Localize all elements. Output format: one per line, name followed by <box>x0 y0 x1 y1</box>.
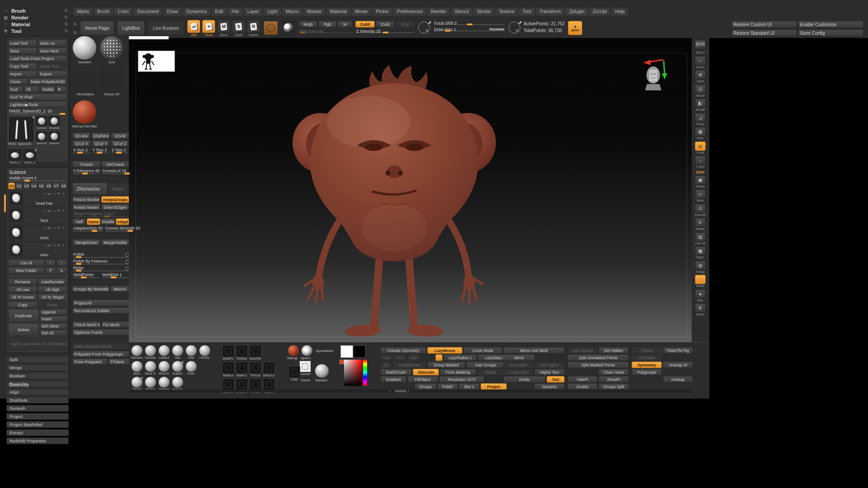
right-shelf-button[interactable]: ⊡ Actual <box>695 84 706 98</box>
geometry-section-label[interactable]: Geometry <box>9 383 29 388</box>
subtool-toggle-icons[interactable]: ≈ ●◐ ◑ ✎ ↗ <box>44 209 65 213</box>
tool-button[interactable]: Save Next <box>38 47 67 54</box>
mesh-check-button[interactable]: Fix Mesh <box>101 321 129 328</box>
shelf-button[interactable]: Curve Mode <box>463 347 502 354</box>
crease-button[interactable]: Crease <box>72 161 100 168</box>
section-header[interactable]: Project BasRelief <box>6 421 69 428</box>
polycount-option-button[interactable]: Adapt <box>116 218 129 225</box>
rgb-intensity-slider[interactable]: Rgb Intensity <box>299 29 352 33</box>
quick-button[interactable]: ◕Quick <box>568 21 582 35</box>
menu-item[interactable]: Marker <box>303 8 326 16</box>
insert-button[interactable]: Insert <box>40 316 67 322</box>
brush-preset[interactable]: Clay <box>171 345 184 359</box>
alpha-sphere[interactable] <box>302 345 312 356</box>
subtool-tab[interactable]: V3 <box>23 183 30 189</box>
weld-slider[interactable]: WeldDist 1 <box>101 272 129 278</box>
crease-slider[interactable]: CTolerance 45 <box>72 169 100 174</box>
stroke-preset[interactable]: SelectLa <box>263 362 275 377</box>
brush-preset[interactable]: DamSta <box>144 345 156 359</box>
right-shelf-button[interactable]: ⇅ Xpose <box>695 303 706 316</box>
tool-thumbnail[interactable]: Cylinder <box>36 116 47 126</box>
shelf-button[interactable]: From Masking <box>440 369 476 375</box>
zremesher-option-button[interactable]: Freeze Border <box>72 196 100 203</box>
horizontal-scrollbar[interactable]: ◂ ▸ <box>129 389 692 393</box>
append-button[interactable]: Append <box>40 309 67 315</box>
shelf-button[interactable]: Polygroups <box>632 369 662 375</box>
scroll-handle[interactable] <box>395 390 406 392</box>
tool-button[interactable]: Save As <box>38 40 67 47</box>
subtool-toggle-icons[interactable]: ≈ ●◐ ◑ ✎ ↗ <box>44 244 65 247</box>
retry-button[interactable]: Retry <box>108 183 129 195</box>
subtool-action-button[interactable]: All High <box>38 286 67 293</box>
groups-button[interactable]: MaxAn <box>110 286 129 292</box>
shelf-button[interactable]: >Y< <box>394 354 406 361</box>
menu-item[interactable]: Edit <box>212 8 227 16</box>
paint-mode-button[interactable]: Rgb <box>318 21 337 28</box>
transform-mode-button[interactable]: S Scale <box>232 20 245 37</box>
transform-mode-button[interactable]: ▱ Edit <box>187 20 201 37</box>
ui-config-button[interactable]: Restore Standard UI <box>731 29 797 37</box>
tool-button[interactable]: R <box>56 86 67 93</box>
tool-button[interactable]: Save <box>8 47 37 54</box>
visible-count-slider[interactable]: Visible Count 4 <box>8 176 67 182</box>
menu-item[interactable]: Help <box>611 8 628 16</box>
palette-header[interactable]: -:- Brush ↻ <box>2 7 68 14</box>
shelf-button[interactable]: SwitchColor <box>380 369 412 375</box>
z-intensity-slider[interactable]: Z Intensity 25 <box>355 29 415 33</box>
target-polygons-slider[interactable]: Target Polygons Count <box>72 211 129 217</box>
shelf-button[interactable]: LazyRadius 1 <box>443 354 477 361</box>
shelf-button[interactable]: Mirror <box>503 354 535 361</box>
sculpt-mode-button[interactable]: Zadd <box>355 21 375 28</box>
right-shelf-button[interactable]: ▣ Frame <box>695 175 706 188</box>
matcap-thumbnail[interactable]: MatCap Red Wax <box>72 100 97 128</box>
chalk-alpha[interactable]: Chalk <box>288 366 300 381</box>
scroll-right-arrow[interactable]: ▸ <box>408 389 410 393</box>
resolution-slider[interactable]: Z Res 2 <box>111 148 129 154</box>
subtool-item[interactable]: ≈ ●◐ ◑ ✎ ↗ eyes <box>8 225 67 241</box>
right-shelf-button[interactable]: ◌ Ghost <box>695 275 706 288</box>
focal-shift-slider[interactable]: Focal Shift 0 <box>433 21 505 25</box>
subtool-action-button[interactable]: All To Target <box>38 294 67 300</box>
quick-mesh-button[interactable]: QCyl Y <box>92 140 110 147</box>
shelf-button[interactable]: >X< <box>380 354 393 361</box>
shelf-button[interactable]: Symmetry <box>632 361 662 368</box>
section-header[interactable]: Boolean <box>6 372 69 379</box>
active-tool-thumbnail[interactable] <box>8 116 34 142</box>
right-shelf-button[interactable]: ▩ PolyF <box>695 246 706 259</box>
shelf-button[interactable]: Higher Res <box>534 369 565 375</box>
toolbar-refresh-icons[interactable]: ↻↻ <box>73 20 77 35</box>
menu-item[interactable]: Dynamics <box>183 8 211 16</box>
mesh-check-button[interactable]: Check Mesh Int <box>72 321 100 328</box>
right-shelf-button[interactable]: ↔ L.Sym <box>695 155 706 169</box>
subtool-tab[interactable]: V5 <box>38 183 45 189</box>
shelf-button[interactable]: Smt <box>547 376 565 383</box>
tool-button[interactable]: Lightbox▶Tools <box>8 101 67 108</box>
brush-preset[interactable]: 4ZModel <box>131 377 143 391</box>
menu-item[interactable]: Layer <box>244 8 263 16</box>
right-shelf-button[interactable]: ◇ Move <box>695 189 706 202</box>
brush-preset[interactable]: Move Tc <box>144 361 156 375</box>
del-all-button[interactable]: Del All <box>40 330 67 336</box>
subtool-tab[interactable]: V1 <box>8 183 15 189</box>
section-header[interactable]: Split <box>6 356 69 363</box>
refresh-icon[interactable]: ↻ <box>65 22 68 27</box>
palette-header[interactable]: ▤ Render ↻ <box>2 14 68 21</box>
shelf-button[interactable]: Close Holes <box>599 369 629 375</box>
brush-preset[interactable]: 6SnakeH <box>171 361 184 375</box>
quick-mesh-button[interactable]: QCyl Z <box>111 140 129 147</box>
subtool-action-button[interactable]: Rename <box>8 278 37 285</box>
subtool-action-button[interactable]: All To Home <box>8 294 37 300</box>
shelf-button[interactable]: UnFlatten <box>632 354 662 361</box>
zremesher-option-button[interactable]: DetectEdges <box>101 204 129 211</box>
menu-item[interactable]: Color <box>114 8 132 16</box>
tool-button[interactable]: Visible <box>40 86 55 93</box>
resolution-slider[interactable]: X Res 2 <box>72 148 91 154</box>
shelf-button[interactable]: Divide <box>503 376 546 383</box>
polycount-option-button[interactable]: Half <box>72 218 86 225</box>
matcap-red-sphere[interactable] <box>288 345 299 356</box>
shelf-button[interactable]: Alternate <box>413 369 439 375</box>
ui-config-button[interactable]: Enable Customize <box>798 21 863 28</box>
dynamic-label[interactable]: Dynamic <box>490 27 505 31</box>
from-polypaint-button[interactable]: From Polypaint <box>72 358 108 365</box>
refresh-icon[interactable]: ↻ <box>65 28 68 33</box>
